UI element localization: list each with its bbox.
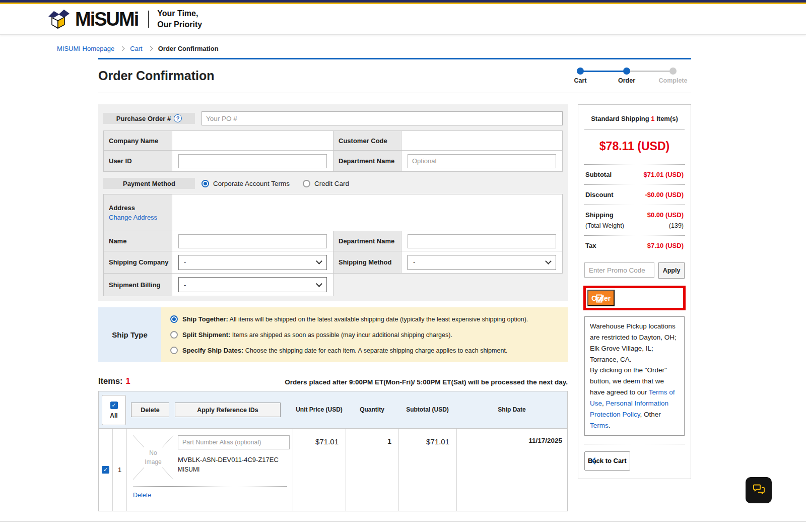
misumi-logo[interactable]: MiSUMi xyxy=(48,9,138,30)
apply-reference-ids-button[interactable]: Apply Reference IDs xyxy=(175,403,281,417)
item-checkbox-cell: ✓ xyxy=(99,429,112,511)
other-terms-link[interactable]: Terms xyxy=(590,422,609,429)
progress-label-complete: Complete xyxy=(655,77,691,84)
order-form: Purchase Order # ? Company Name Customer… xyxy=(98,104,568,301)
shipping-company-label: Shipping Company xyxy=(104,251,172,273)
item-product-cell: No Image MVBLK-ASN-DEV011-4C9-Z17EC MISU… xyxy=(126,429,293,511)
part-number-alias-input[interactable] xyxy=(178,435,290,449)
col-quantity: Quantity xyxy=(346,406,398,413)
payment-method-row: Payment Method Corporate Account Terms C… xyxy=(103,178,563,189)
breadcrumb-chevron-icon xyxy=(120,46,125,51)
split-shipment-option[interactable]: Split Shipment: Items are shipped as soo… xyxy=(170,327,559,343)
order-button[interactable]: Order xyxy=(587,290,615,306)
name-cell xyxy=(172,231,333,251)
department-name-cell xyxy=(401,150,562,171)
summary-item-count: 1 xyxy=(651,115,654,122)
items-header: Items:1 Orders placed after 9:00PM ET(Mo… xyxy=(98,376,568,386)
select-all-box[interactable]: ✓ All xyxy=(102,395,126,425)
select-all-label: All xyxy=(110,412,117,419)
account-info-table: Company Name Customer Code User ID Depar… xyxy=(103,130,563,172)
item-checkbox[interactable]: ✓ xyxy=(102,466,109,474)
chevron-down-icon xyxy=(316,258,322,264)
back-to-cart-button[interactable]: Back to Cart xyxy=(584,451,630,471)
user-id-input[interactable] xyxy=(178,154,327,168)
breadcrumb-home-link[interactable]: MISUMI Homepage xyxy=(57,45,114,52)
shipping-method-select[interactable]: - xyxy=(408,255,556,270)
ship-department-name-cell xyxy=(401,231,562,251)
radio-unselected-icon xyxy=(303,180,310,187)
payment-corporate-option[interactable]: Corporate Account Terms xyxy=(202,180,290,187)
item-delete-link[interactable]: Delete xyxy=(133,492,151,499)
shipment-billing-select[interactable]: - xyxy=(178,277,327,292)
breadcrumb-underline xyxy=(98,58,691,59)
shipment-billing-table: Shipment Billing - xyxy=(103,274,333,296)
purchase-order-row: Purchase Order # ? xyxy=(103,111,563,125)
discount-row: Discount -$0.00 (USD) xyxy=(584,185,685,205)
apply-promo-button[interactable]: Apply xyxy=(658,262,685,279)
shipment-billing-cell: - xyxy=(172,274,333,296)
progress-label-order: Order xyxy=(609,77,644,84)
delete-selected-button[interactable]: Delete xyxy=(131,403,169,417)
promo-code-input[interactable] xyxy=(584,262,654,278)
radio-unselected-icon xyxy=(170,331,178,339)
order-button-highlight: Order xyxy=(583,286,686,310)
order-total: $78.11 (USD) xyxy=(584,129,685,165)
col-ship-date: Ship Date xyxy=(456,406,567,413)
col-unit-price: Unit Price (USD) xyxy=(293,406,346,413)
progress-dot-complete xyxy=(669,68,677,75)
shipment-billing-row: Shipment Billing - xyxy=(103,274,563,296)
company-name-value xyxy=(172,131,333,150)
order-cutoff-note: Orders placed after 9:00PM ET(Mon-Fri)/ … xyxy=(285,378,568,386)
ship-type-options: Ship Together: All items will be shipped… xyxy=(161,307,568,362)
address-cell: Address Change Address xyxy=(104,194,172,231)
title-row: Order Confirmation Cart Order Complete xyxy=(98,62,691,93)
ship-department-name-label: Department Name xyxy=(333,231,401,251)
department-name-input[interactable] xyxy=(408,154,556,168)
site-footer: Copyright© MISUMI USA. All rights reserv… xyxy=(0,521,806,532)
shipping-row: Shipping $0.00 (USD) (Total Weight) (139… xyxy=(584,205,685,236)
site-header: MiSUMi Your Time, Our Priority xyxy=(0,4,806,35)
ship-department-name-input[interactable] xyxy=(408,234,556,248)
change-address-link[interactable]: Change Address xyxy=(109,214,157,221)
item-row: ✓ 1 No Image MVBLK-ASN-DEV011-4C9-Z17EC … xyxy=(99,429,567,511)
user-id-cell xyxy=(172,150,333,171)
breadcrumb-cart-link[interactable]: Cart xyxy=(130,45,143,52)
address-value xyxy=(172,194,562,231)
name-input[interactable] xyxy=(178,234,327,248)
checkbox-checked-icon[interactable]: ✓ xyxy=(110,402,118,409)
chevron-down-icon xyxy=(316,281,322,287)
shipping-company-cell: - xyxy=(172,251,333,273)
purchase-order-input[interactable] xyxy=(202,111,563,125)
subtotal-row: Subtotal $71.01 (USD) xyxy=(584,165,685,185)
chat-button[interactable] xyxy=(746,477,772,503)
customer-code-label: Customer Code xyxy=(333,131,401,150)
specify-ship-dates-option[interactable]: Specify Ship Dates: Choose the shipping … xyxy=(170,343,559,358)
item-index: 1 xyxy=(112,429,126,511)
name-label: Name xyxy=(104,231,172,251)
progress-dot-cart xyxy=(577,68,584,75)
help-icon[interactable]: ? xyxy=(174,114,182,122)
shipping-method-cell: - xyxy=(401,251,562,273)
ship-together-option[interactable]: Ship Together: All items will be shipped… xyxy=(170,311,559,327)
checkout-progress: Cart Order Complete xyxy=(574,66,691,88)
col-subtotal: Subtotal (USD) xyxy=(398,406,456,413)
total-weight-row: (Total Weight) (139) xyxy=(585,222,684,229)
no-image-placeholder: No Image xyxy=(133,435,173,480)
breadcrumb-current: Order Confirmation xyxy=(158,45,219,52)
order-form-column: Purchase Order # ? Company Name Customer… xyxy=(98,104,568,511)
payment-credit-card-option[interactable]: Credit Card xyxy=(303,180,349,187)
shipping-company-select[interactable]: - xyxy=(178,255,327,270)
radio-selected-icon xyxy=(170,315,178,323)
brand-wordmark: MiSUMi xyxy=(75,9,138,30)
tax-row: Tax $7.10 (USD) xyxy=(584,236,685,255)
page-title: Order Confirmation xyxy=(98,69,215,83)
company-name-label: Company Name xyxy=(104,131,172,150)
brand-tagline: Your Time, Our Priority xyxy=(157,8,202,30)
items-table: ✓ All Delete Apply Reference IDs Unit Pr… xyxy=(98,391,568,511)
order-notice: Warehouse Pickup locations are restricte… xyxy=(584,316,685,436)
chat-icon xyxy=(752,483,766,498)
summary-title: Standard Shipping 1 Item(s) xyxy=(584,110,685,129)
progress-line-done xyxy=(580,71,627,72)
payment-method-label: Payment Method xyxy=(103,178,195,189)
main-content: Purchase Order # ? Company Name Customer… xyxy=(0,104,806,511)
